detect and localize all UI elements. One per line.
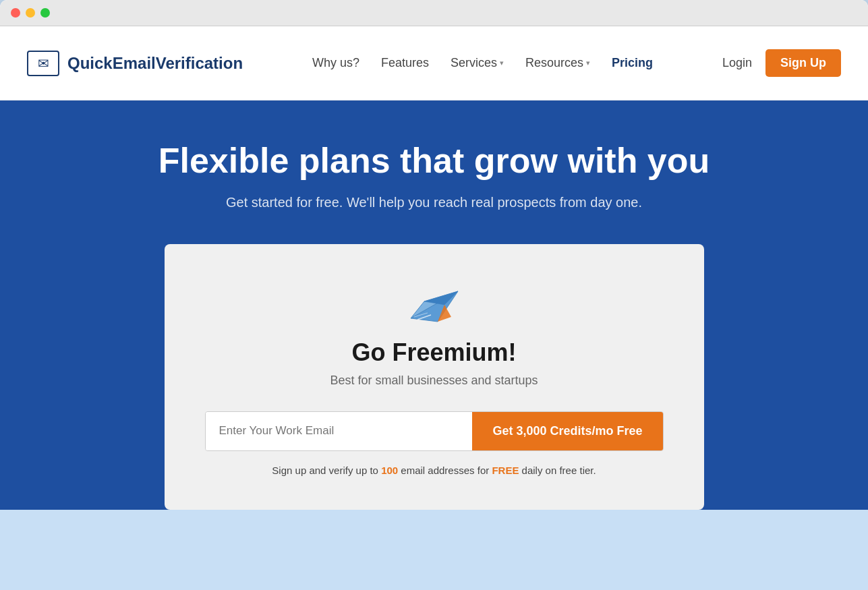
hero-title: Flexible plans that grow with you [27,141,841,181]
lower-section [0,510,868,590]
nav-item-resources[interactable]: Resources ▾ [525,56,590,70]
cta-button[interactable]: Get 3,000 Credits/mo Free [472,412,662,450]
nav-menu: Why us? Features Services ▾ Resources ▾ … [312,56,653,70]
close-button[interactable] [11,8,20,18]
brand-name: QuickEmailVerification [67,54,243,73]
navbar-actions: Login Sign Up [722,49,841,77]
maximize-button[interactable] [40,8,50,18]
hero-section: Flexible plans that grow with you Get st… [0,100,868,510]
card-note: Sign up and verify up to 100 email addre… [205,465,664,476]
nav-item-features[interactable]: Features [381,56,429,70]
email-form: Get 3,000 Credits/mo Free [205,411,664,451]
minimize-button[interactable] [26,8,35,18]
nav-link-resources[interactable]: Resources ▾ [525,56,590,70]
window-chrome [0,0,868,26]
signup-button[interactable]: Sign Up [765,49,841,77]
freemium-card: Go Freemium! Best for small businesses a… [165,244,704,510]
nav-item-pricing[interactable]: Pricing [612,56,653,70]
login-button[interactable]: Login [722,56,752,70]
nav-link-services[interactable]: Services ▾ [451,56,504,70]
nav-link-whyus[interactable]: Why us? [312,56,359,70]
card-title: Go Freemium! [205,338,664,367]
nav-item-services[interactable]: Services ▾ [451,56,504,70]
card-subtitle: Best for small businesses and startups [205,374,664,388]
card-wrapper: Go Freemium! Best for small businesses a… [27,244,841,510]
envelope-icon: ✉ [38,55,49,71]
nav-link-features[interactable]: Features [381,56,429,70]
brand-icon: ✉ [27,51,59,76]
nav-link-pricing[interactable]: Pricing [612,56,653,70]
nav-item-whyus[interactable]: Why us? [312,56,359,70]
email-input[interactable] [206,412,473,450]
brand-logo[interactable]: ✉ QuickEmailVerification [27,51,243,76]
hero-subtitle: Get started for free. We'll help you rea… [27,195,841,210]
navbar: ✉ QuickEmailVerification Why us? Feature… [0,26,868,100]
paper-plane-icon [407,278,461,325]
chevron-down-icon: ▾ [500,59,504,67]
chevron-down-icon: ▾ [586,59,590,67]
